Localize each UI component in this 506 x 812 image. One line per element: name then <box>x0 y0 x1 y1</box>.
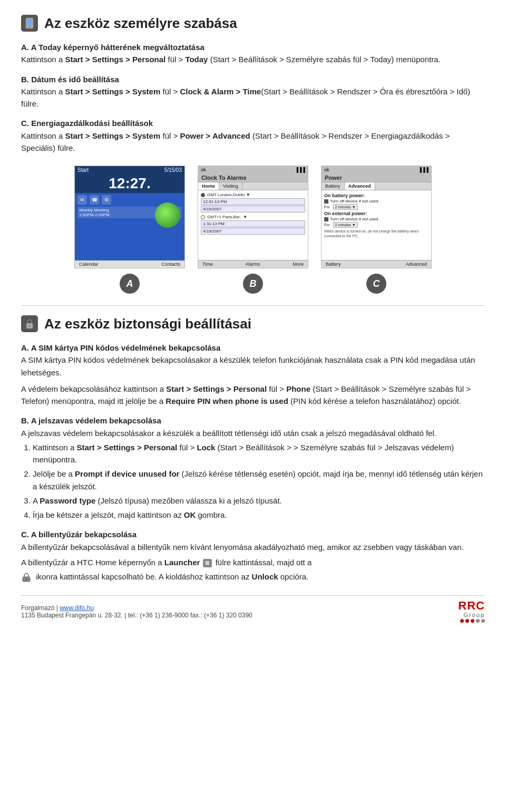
footer-website[interactable]: www.difo.hu <box>60 604 94 612</box>
logo-dot-1 <box>460 619 464 623</box>
phone-a-date: 5/15/03 <box>164 167 182 173</box>
phone-c-tab-battery: Battery <box>322 182 345 190</box>
phone-b-tz-text: GMT London,Dublin ▼ <box>207 192 250 197</box>
phone-c-ok: ok <box>324 167 329 172</box>
subsection-1c-title: Energiagazdálkodási beállítások <box>31 119 153 128</box>
phone-c-dropdown1: 2 minutes ▼ <box>333 204 358 210</box>
subsection-2c-text: C. A billentyűzár bekapcsolása A billent… <box>21 528 485 553</box>
lock-icon <box>21 315 38 332</box>
phone-c-checkbox1 <box>324 199 328 204</box>
subsection-1a-title: A Today képernyő hátterének megváltoztat… <box>31 43 205 52</box>
phone-a-start: Start <box>77 167 89 173</box>
phone-c-checkbox1-row: Turn off device if not used <box>324 199 429 204</box>
subsection-1c-label: C. <box>21 119 31 128</box>
phone-a-header: Start 5/15/03 <box>75 166 184 174</box>
phone-a-time: 12:27. <box>75 174 184 193</box>
phone-b-header: ok ▐▐▐ <box>198 166 308 173</box>
svg-point-2 <box>29 26 30 27</box>
subsection-2c-para3: ikonra kattintással kapcsolható be. A ki… <box>21 571 485 583</box>
subsection-2c: C. A billentyűzár bekapcsolása A billent… <box>21 528 485 583</box>
screenshot-a: Start 5/15/03 12:27. ✉ ☎ ⚙ Weekly Meetin… <box>74 166 185 268</box>
logo-group: Group <box>463 612 485 618</box>
section2-title: Az eszköz biztonsági beállításai <box>44 316 251 332</box>
screenshots-row: Start 5/15/03 12:27. ✉ ☎ ⚙ Weekly Meetin… <box>21 166 485 294</box>
section2-header: Az eszköz biztonsági beállításai <box>21 315 485 332</box>
subsection-2c-label: C. <box>21 530 31 539</box>
subsection-1a-text: A. A Today képernyő hátterének megváltoz… <box>21 41 485 66</box>
phone-b-title: Clock To Alarms <box>198 173 308 182</box>
list-item-1: Kattintson a Start > Settings > Personal… <box>33 441 485 466</box>
subsection-1b-label: B. <box>21 75 31 84</box>
phone-c-checkbox2-label: Turn off device if not used <box>330 217 378 221</box>
phone-icon-1: ✉ <box>77 195 87 205</box>
subsection-2b-title: A jelszavas védelem bekapcsolása <box>31 416 161 425</box>
logo-dots <box>460 619 485 623</box>
phone-icon-2: ☎ <box>90 195 99 205</box>
subsection-1a: A. A Today képernyő hátterének megváltoz… <box>21 41 485 66</box>
subsection-1c: C. Energiagazdálkodási beállítások Katti… <box>21 117 485 154</box>
phone-b-date1: 4/19/2007 <box>201 206 305 212</box>
phone-c-tab-advanced: Advanced <box>345 182 375 190</box>
phone-c-bottom-advanced: Advanced <box>406 262 427 267</box>
logo-dot-2 <box>465 619 469 623</box>
screenshot-a-container: Start 5/15/03 12:27. ✉ ☎ ⚙ Weekly Meetin… <box>74 166 185 294</box>
screenshot-b-container: ok ▐▐▐ Clock To Alarms Home Visiting GMT… <box>198 166 308 294</box>
list-item-2: Jelölje be a Prompt if device unused for… <box>33 468 485 492</box>
footer-company: Forgalmazó | <box>21 604 58 612</box>
footer: Forgalmazó | www.difo.hu 1135 Budapest F… <box>21 595 485 623</box>
logo-dot-5 <box>481 619 485 623</box>
phone-c-checkbox2 <box>324 217 328 221</box>
phone-b-radio-home <box>201 193 205 197</box>
phone-c-bottom: Battery Advanced <box>322 260 431 268</box>
phone-a-green-circle <box>155 202 180 228</box>
subsection-2a: A. A SIM kártya PIN kódos védelmének bek… <box>21 342 485 407</box>
footer-tel: tel.: (+36 1) 236-9000 <box>128 612 189 619</box>
device-icon <box>21 15 38 32</box>
phone-c-header: ok ▐▐▐ <box>322 166 431 173</box>
section-divider <box>21 305 485 306</box>
phone-c-checkbox1-label: Turn off device if not used <box>330 199 378 204</box>
subsection-1b: B. Dátum és idő beállítása Kattintson a … <box>21 73 485 110</box>
lock-inline-icon <box>21 572 36 581</box>
subsection-2a-para: A védelem bekapcsolásához kattintson a S… <box>21 383 485 408</box>
launcher-icon: ▦ <box>203 559 212 567</box>
phone-icon-3: ⚙ <box>102 195 111 205</box>
list-item-4: Írja be kétszer a jelszót, majd kattints… <box>33 509 485 521</box>
phone-a-calendar: Calendar <box>79 262 99 267</box>
subsection-2a-text: A. A SIM kártya PIN kódos védelmének bek… <box>21 342 485 379</box>
subsection-2a-label: A. <box>21 343 31 352</box>
phone-b-bottom: Time Alarms More <box>198 260 308 268</box>
badge-a: A <box>120 274 140 294</box>
phone-c-section-external: On external power: <box>324 211 429 216</box>
subsection-2c-para2: A billentyűzár a HTC Home képernyőn a La… <box>21 556 485 568</box>
subsection-2b-text: B. A jelszavas védelem bekapcsolása A je… <box>21 414 485 439</box>
phone-b-tab-more: More <box>293 262 304 267</box>
phone-b-row-tz2: GMT+1 Paris,Ber.. ▼ <box>201 214 305 220</box>
phone-b-tab-visiting: Visiting <box>219 182 242 190</box>
phone-b-bars: ▐▐▐ <box>295 167 305 172</box>
footer-left: Forgalmazó | www.difo.hu 1135 Budapest F… <box>21 604 458 619</box>
phone-b-row-tz: GMT London,Dublin ▼ <box>201 192 305 198</box>
subsection-1c-text: C. Energiagazdálkodási beállítások Katti… <box>21 117 485 154</box>
phone-c-for1: For <box>324 205 330 209</box>
svg-point-6 <box>26 578 27 580</box>
phone-a-contacts: Contacts <box>161 262 180 267</box>
phone-c-bottom-battery: Battery <box>326 262 341 267</box>
logo-dot-3 <box>471 619 474 623</box>
footer-fax: fax.: (+36 1) 320 0390 <box>190 612 252 619</box>
phone-c-checkbox2-row: Turn off device if not used <box>324 217 429 221</box>
svg-rect-1 <box>27 19 32 26</box>
phone-b-time1: 12:31:13 PM <box>201 198 305 205</box>
footer-address: 1135 Budapest Frangepán u. 28-32. <box>21 612 123 619</box>
logo-rrc: RRC <box>458 600 485 612</box>
phone-b-tab-home: Home <box>198 182 219 190</box>
phone-b-radio-visiting <box>201 215 205 219</box>
subsection-2b-list: Kattintson a Start > Settings > Personal… <box>21 441 485 521</box>
subsection-2c-title: A billentyűzár bekapcsolása <box>31 530 137 539</box>
phone-b-tab-time: Time <box>202 262 213 267</box>
badge-b: B <box>243 274 263 294</box>
screenshot-b: ok ▐▐▐ Clock To Alarms Home Visiting GMT… <box>198 166 308 268</box>
badge-c: C <box>366 274 386 294</box>
phone-a-bottom: Calendar Contacts <box>75 260 184 268</box>
phone-c-title: Power <box>322 173 431 182</box>
